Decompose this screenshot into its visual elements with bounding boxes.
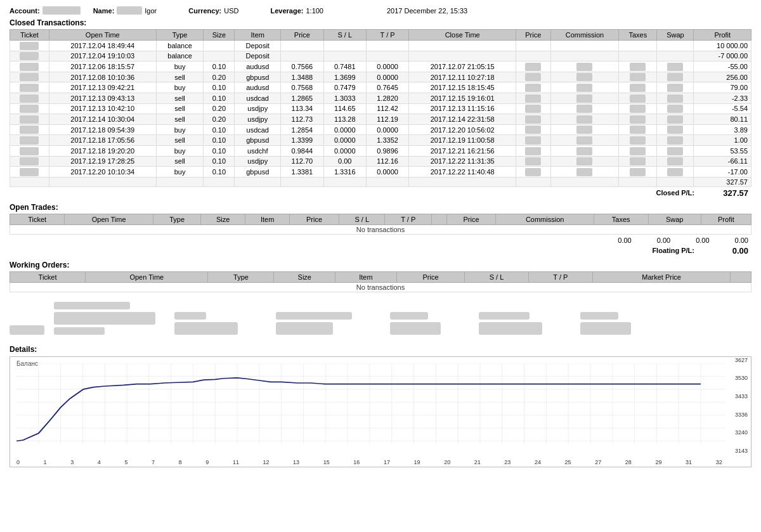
table-cell xyxy=(619,177,657,186)
table-cell: sell xyxy=(156,93,204,103)
table-cell xyxy=(550,103,619,114)
table-cell: 2017.12.15 18:15:45 xyxy=(409,82,516,93)
table-cell: -2.33 xyxy=(694,93,751,103)
table-cell xyxy=(516,124,550,135)
table-cell: 0.7479 xyxy=(323,82,366,93)
table-cell xyxy=(657,124,694,135)
table-cell: gbpusd xyxy=(235,72,281,82)
closed-transactions-title: Closed Transactions: xyxy=(10,18,751,27)
table-cell xyxy=(657,145,694,156)
table-cell: gbpusd xyxy=(235,167,281,178)
table-cell: 0.10 xyxy=(204,93,235,103)
balance-line xyxy=(16,378,701,441)
table-cell: 0.10 xyxy=(204,167,235,178)
table-row: 2017.12.13 09:42:21buy0.10audusd0.75680.… xyxy=(10,82,751,93)
table-row: 2017.12.14 10:30:04sell0.20usdjpy112.731… xyxy=(10,114,751,125)
table-cell: 0.10 xyxy=(204,156,235,167)
chart-container: Баланс 3627 3530 3433 3336 3240 3143 xyxy=(10,356,751,467)
ot-col-type: Type xyxy=(153,214,201,224)
table-cell: 1.3488 xyxy=(281,72,323,82)
table-cell xyxy=(550,82,619,93)
open-trades-no-transactions: No transactions xyxy=(10,224,751,234)
chart-y-label: Баланс xyxy=(16,360,38,367)
col-open-time: Open Time xyxy=(49,30,156,41)
table-cell: 2017.12.21 16:21:56 xyxy=(409,145,516,156)
col-profit: Profit xyxy=(694,30,751,41)
table-row: 2017.12.13 10:42:10sell0.20usdjpy113.341… xyxy=(10,103,751,114)
table-cell xyxy=(235,177,281,186)
table-cell xyxy=(550,156,619,167)
table-cell: 79.00 xyxy=(694,82,751,93)
table-cell: 112.70 xyxy=(281,156,323,167)
table-cell xyxy=(657,114,694,125)
table-cell: 113.34 xyxy=(281,103,323,114)
table-cell: 0.7568 xyxy=(281,82,323,93)
table-cell: 2017.12.19 11:00:58 xyxy=(409,135,516,146)
table-cell: buy xyxy=(156,82,204,93)
table-cell: 1.3316 xyxy=(323,167,366,178)
table-cell: 53.55 xyxy=(694,145,751,156)
table-cell: 80.11 xyxy=(694,114,751,125)
table-cell: 0.10 xyxy=(204,135,235,146)
table-cell xyxy=(516,103,550,114)
table-cell: 0.20 xyxy=(204,103,235,114)
floating-pl-value: 0.00 xyxy=(704,246,748,256)
table-cell: 1.3399 xyxy=(281,135,323,146)
wo-col-sl: S / L xyxy=(465,271,528,282)
table-cell: 2017.12.07 21:05:15 xyxy=(409,62,516,72)
table-cell: 2017.12.14 10:30:04 xyxy=(49,114,156,125)
ot-col-tp: T / P xyxy=(385,214,431,224)
table-cell xyxy=(657,82,694,93)
table-cell: Deposit xyxy=(235,51,281,62)
table-cell: usdjpy xyxy=(235,156,281,167)
table-cell: 0.0000 xyxy=(323,145,366,156)
table-cell: -66.11 xyxy=(694,156,751,167)
currency-label: Currency: xyxy=(188,7,221,15)
col-sl: S / L xyxy=(323,30,366,41)
col-commission: Commission xyxy=(550,30,619,41)
table-cell: 2017.12.13 09:42:21 xyxy=(49,82,156,93)
table-cell: 1.3699 xyxy=(323,72,366,82)
table-cell: 2017.12.22 11:40:48 xyxy=(409,167,516,178)
table-cell xyxy=(619,93,657,103)
table-cell: audusd xyxy=(235,62,281,72)
table-cell: 327.57 xyxy=(694,177,751,186)
table-cell xyxy=(366,41,408,51)
name-value: Igor xyxy=(145,7,157,15)
table-cell xyxy=(10,145,49,156)
table-cell xyxy=(10,82,49,93)
table-cell: 2017.12.18 19:20:20 xyxy=(49,145,156,156)
table-cell: 0.10 xyxy=(204,82,235,93)
table-cell xyxy=(156,177,204,186)
table-cell: 2017.12.22 11:31:35 xyxy=(409,156,516,167)
table-cell: 0.9844 xyxy=(281,145,323,156)
col-price: Price xyxy=(281,30,323,41)
closed-pl-row: Closed P/L: 327.57 xyxy=(10,187,751,199)
table-cell: sell xyxy=(156,156,204,167)
table-cell: buy xyxy=(156,145,204,156)
table-cell xyxy=(10,124,49,135)
table-cell: 2017.12.04 19:10:03 xyxy=(49,51,156,62)
table-cell: 2017.12.13 10:42:10 xyxy=(49,103,156,114)
wo-col-item: Item xyxy=(335,271,397,282)
table-row: 2017.12.19 17:28:25sell0.10usdjpy112.700… xyxy=(10,156,751,167)
table-cell xyxy=(204,51,235,62)
table-cell xyxy=(550,62,619,72)
leverage-value: 1:100 xyxy=(306,7,323,15)
table-cell xyxy=(281,51,323,62)
open-trades-zeros: 0.00 0.00 0.00 0.00 xyxy=(10,236,751,245)
table-cell: 0.0000 xyxy=(366,124,408,135)
table-cell: 0.10 xyxy=(204,124,235,135)
table-cell xyxy=(550,145,619,156)
table-cell xyxy=(516,82,550,93)
ot-col-close-price: Price xyxy=(446,214,496,224)
table-cell xyxy=(550,51,619,62)
table-cell: 112.19 xyxy=(366,114,408,125)
table-cell: 113.28 xyxy=(323,114,366,125)
table-cell xyxy=(619,62,657,72)
table-cell: buy xyxy=(156,167,204,178)
table-cell xyxy=(49,177,156,186)
leverage-label: Leverage: xyxy=(270,7,303,15)
col-item: Item xyxy=(235,30,281,41)
table-cell: 10 000.00 xyxy=(694,41,751,51)
